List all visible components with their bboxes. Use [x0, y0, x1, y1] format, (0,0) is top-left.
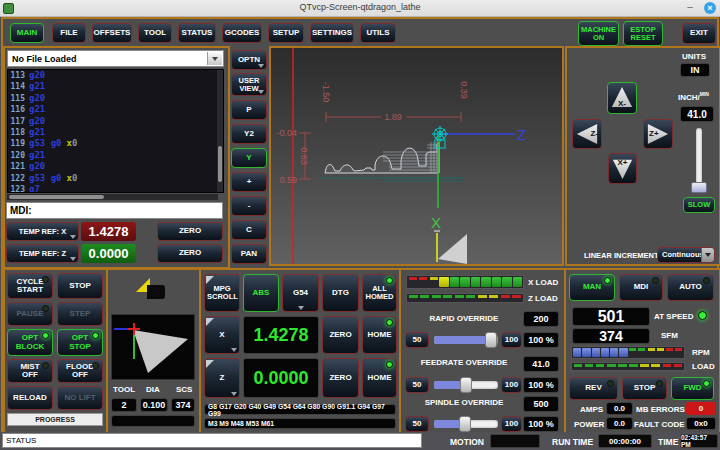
abs-button[interactable]: ABS	[243, 274, 279, 312]
x-home-button[interactable]: HOME	[362, 316, 397, 354]
view-zoom-out-button[interactable]: -	[231, 196, 267, 216]
view-pan-button[interactable]: PAN	[231, 244, 267, 264]
horizontal-scrollbar[interactable]	[7, 194, 218, 200]
tab-utils[interactable]: UTILS	[360, 23, 396, 43]
temp-ref-z-button[interactable]: TEMP REF: Z	[6, 244, 79, 263]
tab-offsets[interactable]: OFFSETS	[92, 23, 132, 43]
auto-mode-button[interactable]: AUTO	[667, 274, 714, 301]
flood-button[interactable]: FLOOD OFF	[57, 359, 103, 383]
jog-rate-slider-thumb[interactable]	[691, 182, 707, 193]
opt-stop-button[interactable]: OPT STOP	[57, 329, 103, 356]
slider-thumb[interactable]	[485, 332, 497, 348]
man-mode-button[interactable]: MAN	[569, 274, 615, 301]
no-lift-button[interactable]: NO LIFT	[57, 386, 103, 410]
spindle-min-button[interactable]: 50	[405, 416, 429, 432]
view-optn-button[interactable]: OPTN	[231, 50, 267, 70]
tab-main[interactable]: MAIN	[10, 23, 44, 43]
feed-min-button[interactable]: 50	[405, 377, 429, 393]
rapid-max-button[interactable]: 100	[501, 332, 522, 348]
line-number: 121	[8, 162, 25, 171]
z-zero-button[interactable]: ZERO	[322, 358, 359, 398]
tab-settings[interactable]: SETTINGS	[310, 23, 354, 43]
slider-thumb[interactable]	[460, 377, 472, 393]
machine-on-button[interactable]: MACHINE ON	[578, 21, 619, 46]
active-mcodes-display: M3 M9 M48 M53 M61	[204, 418, 396, 429]
view-y2-button[interactable]: Y2	[231, 124, 267, 144]
jog-slow-button[interactable]: SLOW	[683, 197, 715, 213]
mdi-mode-button[interactable]: MDI	[619, 274, 663, 301]
program-stop-button[interactable]: STOP	[57, 273, 103, 299]
gcode-text: g21	[29, 104, 45, 114]
program-control-panel: CYCLE START STOP PAUSE STEP OPT BLOCK OP…	[3, 268, 109, 434]
temp-ref-z-zero-button[interactable]: ZERO	[157, 244, 223, 263]
feed-override-slider[interactable]	[434, 381, 498, 389]
dtg-button[interactable]: DTG	[322, 274, 359, 312]
fault-code-label: FAULT CODE	[634, 420, 685, 429]
minimize-button[interactable]: –	[684, 1, 696, 13]
rapid-override-pct: 100 %	[523, 332, 559, 348]
view-y-button[interactable]: Y	[231, 148, 267, 168]
chevron-down-icon	[231, 392, 237, 396]
gcode-preview[interactable]: 1.89 -1.50 0.39 -0.04 0.63 0.59 Z X	[269, 46, 564, 266]
mist-button[interactable]: MIST OFF	[7, 359, 53, 383]
all-homed-button[interactable]: ALL HOMED	[362, 274, 397, 312]
tool-graphic	[112, 315, 194, 379]
x-zero-button[interactable]: ZERO	[322, 316, 359, 354]
estop-reset-button[interactable]: ESTOP RESET	[623, 21, 663, 46]
spindle-rev-button[interactable]: REV	[569, 377, 618, 400]
jog-z-plus-button[interactable]: Z+	[643, 119, 673, 149]
tab-setup[interactable]: SETUP	[268, 23, 304, 43]
scs-label: SCS	[176, 385, 192, 394]
z-home-button[interactable]: HOME	[362, 358, 397, 398]
jog-x-minus-button[interactable]: X-	[607, 82, 637, 114]
gcode-list[interactable]: 113g20 114g21 115g20 116g21 117g20 118g2…	[7, 69, 224, 193]
view-user-view-button[interactable]: USER VIEW	[231, 73, 267, 96]
spindle-max-button[interactable]: 100	[501, 416, 522, 432]
linear-increment-combo[interactable]: Continuous	[657, 247, 715, 263]
fold-corner-icon	[206, 276, 214, 284]
exit-button[interactable]: EXIT	[682, 23, 716, 44]
temp-ref-z-value: 0.0000	[81, 244, 136, 263]
opt-block-button[interactable]: OPT BLOCK	[7, 329, 53, 356]
motion-label: MOTION	[450, 437, 484, 447]
z-axis-button[interactable]: Z	[204, 358, 240, 398]
mpg-scroll-button[interactable]: MPG SCROLL	[204, 274, 240, 312]
spindle-override-slider[interactable]	[434, 420, 498, 428]
spindle-stop-button[interactable]: STOP	[622, 377, 667, 400]
pause-button[interactable]: PAUSE	[7, 302, 53, 326]
tab-tool[interactable]: TOOL	[138, 23, 172, 43]
close-button[interactable]: ×	[704, 2, 716, 14]
temp-ref-x-zero-button[interactable]: ZERO	[157, 222, 223, 241]
led-indicator	[42, 305, 49, 312]
line-number: 118	[8, 128, 25, 137]
reload-button[interactable]: RELOAD	[7, 386, 53, 410]
view-p-button[interactable]: P	[231, 100, 267, 120]
led-indicator	[652, 277, 659, 284]
jog-z-minus-button[interactable]: Z-	[572, 119, 602, 149]
feed-max-button[interactable]: 100	[501, 377, 522, 393]
vertical-scrollbar[interactable]	[217, 70, 223, 192]
temp-ref-x-button[interactable]: TEMP REF: X	[6, 222, 79, 241]
view-clear-button[interactable]: C	[231, 220, 267, 240]
step-button[interactable]: STEP	[57, 302, 103, 326]
tab-file[interactable]: FILE	[52, 23, 86, 43]
power-display: 0.0	[606, 417, 633, 430]
rapid-min-button[interactable]: 50	[405, 332, 429, 348]
spindle-fwd-button[interactable]: FWD	[671, 377, 714, 400]
g54-button[interactable]: G54	[282, 274, 319, 312]
x-axis-button[interactable]: X	[204, 316, 240, 354]
power-label: POWER	[574, 420, 604, 429]
jog-x-plus-button[interactable]: X+	[608, 153, 637, 184]
sfm-label: SFM	[661, 331, 678, 340]
view-zoom-in-button[interactable]: +	[231, 172, 267, 192]
mdi-entry[interactable]	[6, 202, 223, 219]
file-combo[interactable]: No File Loaded	[7, 50, 224, 67]
jog-rate-slider[interactable]	[696, 128, 702, 188]
chevron-down-icon[interactable]	[207, 52, 222, 65]
slider-thumb[interactable]	[459, 416, 471, 432]
rapid-override-slider[interactable]	[434, 336, 498, 344]
tab-gcodes[interactable]: GCODES	[222, 23, 262, 43]
cycle-start-button[interactable]: CYCLE START	[7, 273, 53, 299]
tab-status[interactable]: STATUS	[178, 23, 216, 43]
led-indicator	[607, 380, 614, 387]
